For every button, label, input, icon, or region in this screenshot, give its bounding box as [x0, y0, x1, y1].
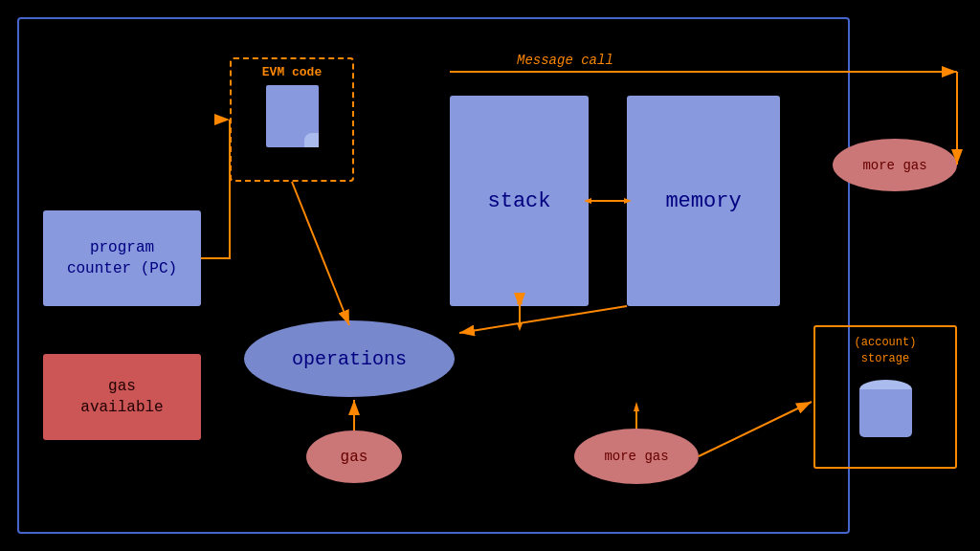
gas-available-box: gasavailable	[43, 354, 201, 440]
evm-code-box: EVM code	[230, 57, 354, 182]
gas-available-text: gasavailable	[80, 376, 163, 419]
more-gas-text-top: more gas	[862, 158, 926, 173]
evm-code-label: EVM code	[262, 65, 322, 79]
gas-ellipse: gas	[306, 430, 402, 483]
diagram-container: EVM code programcounter (PC) gasavailabl…	[0, 0, 980, 551]
account-storage-box: (account)storage	[813, 325, 957, 469]
more-gas-ellipse-bottom: more gas	[574, 429, 699, 484]
document-icon	[266, 85, 319, 147]
stack-box: stack	[450, 96, 589, 306]
gas-text: gas	[341, 449, 368, 466]
memory-text: memory	[665, 189, 741, 213]
operations-text: operations	[292, 348, 407, 370]
more-gas-ellipse-top: more gas	[833, 139, 957, 191]
database-icon	[859, 375, 912, 437]
operations-ellipse: operations	[244, 320, 455, 397]
stack-text: stack	[487, 189, 550, 213]
program-counter-text: programcounter (PC)	[67, 237, 177, 280]
program-counter-box: programcounter (PC)	[43, 210, 201, 306]
more-gas-text-bottom: more gas	[604, 449, 668, 464]
memory-box: memory	[627, 96, 780, 306]
account-storage-label: (account)storage	[855, 335, 917, 367]
message-call-label: Message call	[517, 53, 613, 68]
